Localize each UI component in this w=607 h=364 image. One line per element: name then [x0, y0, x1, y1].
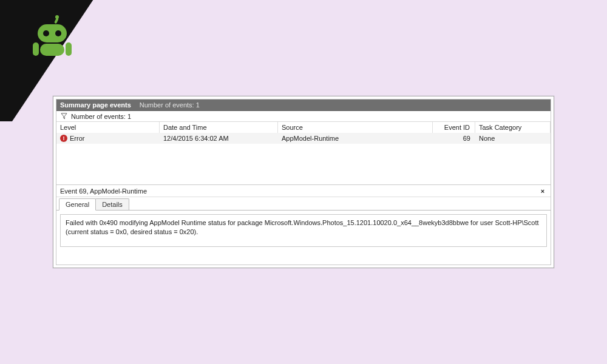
tab-general[interactable]: General: [59, 198, 96, 211]
svg-rect-3: [38, 24, 67, 42]
summary-event-count: Number of events: 1: [140, 101, 200, 109]
col-datetime[interactable]: Date and Time: [160, 122, 278, 133]
detail-message: Failed with 0x490 modifying AppModel Run…: [66, 219, 539, 235]
detail-tab-strip: General Details: [56, 197, 551, 211]
window-inner: Summary page events Number of events: 1 …: [56, 99, 551, 265]
col-eventid[interactable]: Event ID: [433, 122, 475, 133]
filter-row: Number of events: 1: [56, 111, 551, 122]
cell-source[interactable]: AppModel-Runtime: [278, 133, 433, 144]
brand-logo: [0, 0, 97, 123]
svg-rect-6: [40, 44, 64, 56]
detail-header: Event 69, AppModel-Runtime ×: [56, 185, 551, 197]
svg-point-4: [43, 30, 49, 36]
cell-level[interactable]: ! Error: [56, 133, 160, 144]
detail-content: Failed with 0x490 modifying AppModel Run…: [56, 211, 551, 265]
cell-eventid[interactable]: 69: [433, 133, 475, 144]
col-level[interactable]: Level: [56, 122, 160, 133]
detail-message-box[interactable]: Failed with 0x490 modifying AppModel Run…: [60, 214, 547, 247]
col-taskcat[interactable]: Task Category: [475, 122, 551, 133]
col-source[interactable]: Source: [278, 122, 433, 133]
event-table: Level Date and Time Source Event ID Task…: [56, 122, 551, 144]
summary-header-bar: Summary page events Number of events: 1: [56, 99, 551, 111]
event-list-area: Number of events: 1 Level Date and Time …: [56, 111, 551, 185]
close-icon[interactable]: ×: [538, 187, 547, 195]
cell-datetime[interactable]: 12/4/2015 6:34:02 AM: [160, 133, 278, 144]
svg-rect-7: [33, 42, 39, 56]
cell-level-text: Error: [70, 135, 84, 142]
detail-title: Event 69, AppModel-Runtime: [60, 187, 147, 195]
svg-marker-0: [0, 0, 97, 121]
cell-taskcat[interactable]: None: [475, 133, 551, 144]
svg-rect-8: [66, 42, 72, 56]
error-icon: !: [60, 135, 67, 142]
event-viewer-window: Summary page events Number of events: 1 …: [53, 96, 554, 268]
tab-details[interactable]: Details: [95, 198, 129, 210]
svg-point-5: [55, 30, 61, 36]
